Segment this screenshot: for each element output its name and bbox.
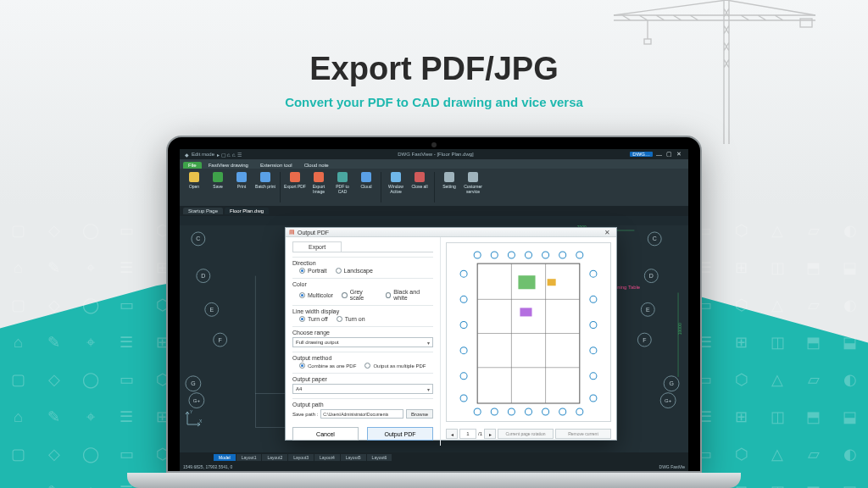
paper-select[interactable]: A4 bbox=[292, 384, 433, 394]
svg-rect-3 bbox=[213, 172, 223, 182]
browse-button[interactable]: Browse bbox=[406, 409, 433, 419]
svg-text:G: G bbox=[669, 380, 673, 386]
current-page-rotation-button[interactable]: Current page rotation bbox=[498, 429, 554, 439]
cloud-button[interactable]: Cloud bbox=[355, 170, 377, 204]
ribbon-tab-fastview-drawing[interactable]: FastView drawing bbox=[203, 162, 253, 169]
bw-radio[interactable]: Black and white bbox=[386, 289, 433, 301]
save-button[interactable]: Save bbox=[207, 170, 229, 204]
svg-point-71 bbox=[460, 395, 467, 402]
layout-tabs: ModelLayout1Layout2Layout3Layout4Layout5… bbox=[180, 452, 688, 462]
ribbon-tab-extension-tool[interactable]: Extension tool bbox=[255, 162, 298, 169]
window-minimize-button[interactable]: — bbox=[655, 152, 663, 158]
output-pdf-button[interactable]: Output PDF bbox=[367, 427, 433, 441]
svg-point-57 bbox=[559, 252, 566, 258]
multicolor-radio[interactable]: Multicolor bbox=[299, 292, 333, 298]
svg-point-68 bbox=[460, 321, 467, 328]
svg-point-77 bbox=[590, 395, 597, 402]
svg-point-72 bbox=[590, 270, 597, 277]
svg-point-62 bbox=[525, 408, 531, 415]
linewidth-on-radio[interactable]: Turn on bbox=[337, 316, 365, 322]
svg-text:10000: 10000 bbox=[678, 323, 682, 335]
layout-tab[interactable]: Layout3 bbox=[288, 454, 314, 461]
svg-rect-9 bbox=[361, 172, 371, 182]
svg-rect-8 bbox=[337, 172, 348, 182]
svg-point-66 bbox=[460, 270, 467, 277]
layout-tab[interactable]: Layout4 bbox=[314, 454, 340, 461]
print-button[interactable]: Print bbox=[231, 170, 253, 204]
svg-point-67 bbox=[460, 296, 467, 302]
layout-tab[interactable]: Layout6 bbox=[367, 454, 392, 461]
portrait-radio[interactable]: Portrait bbox=[299, 268, 327, 274]
svg-rect-12 bbox=[444, 172, 454, 182]
export-pdf-button[interactable]: Export PDF bbox=[284, 170, 306, 204]
layout-tab[interactable]: Model bbox=[214, 454, 236, 461]
window-title: DWG FastView - [Floor Plan.dwg] bbox=[398, 152, 474, 157]
linewidth-off-radio[interactable]: Turn off bbox=[299, 316, 328, 322]
svg-point-59 bbox=[474, 408, 481, 415]
svg-rect-51 bbox=[548, 279, 556, 286]
prev-page-button[interactable]: ◂ bbox=[446, 429, 458, 439]
laptop-frame: ◆ Edit mode ▸ ▢ ⎌ ⎌ ☰ DWG FastView - [Fl… bbox=[166, 136, 702, 473]
greyscale-radio[interactable]: Grey scale bbox=[342, 289, 377, 301]
close-all-button[interactable]: Close all bbox=[409, 170, 431, 204]
dwg-badge[interactable]: DWG… bbox=[630, 152, 653, 157]
svg-rect-2 bbox=[189, 172, 199, 182]
combine-one-radio[interactable]: Combine as one PDF bbox=[299, 363, 356, 369]
svg-text:X: X bbox=[199, 419, 203, 424]
svg-point-70 bbox=[460, 373, 467, 380]
ribbon-tab-cloud-note[interactable]: Cloud note bbox=[299, 162, 334, 169]
landscape-radio[interactable]: Landscape bbox=[336, 268, 373, 274]
pdf-preview bbox=[446, 242, 611, 422]
multiple-pdf-radio[interactable]: Output as multiple PDF bbox=[364, 363, 426, 369]
export-tab[interactable]: Export bbox=[292, 241, 342, 252]
svg-point-56 bbox=[542, 252, 549, 258]
batch-print-button[interactable]: Batch print bbox=[254, 170, 276, 204]
customer-service-button[interactable]: Customer service bbox=[462, 170, 484, 204]
preview-page-nav: ◂ 1 /1 ▸ Current page rotation Remove cu… bbox=[446, 427, 611, 441]
svg-point-53 bbox=[491, 252, 498, 258]
cursor-coords: 1549.6825, 17902.5541, 0 bbox=[183, 464, 232, 469]
range-select[interactable]: Full drawing output bbox=[292, 337, 433, 347]
color-group: Color Multicolor Grey scale Black and wh… bbox=[292, 278, 433, 301]
svg-text:E: E bbox=[646, 307, 650, 313]
svg-text:G: G bbox=[191, 380, 195, 386]
window-titlebar: ◆ Edit mode ▸ ▢ ⎌ ⎌ ☰ DWG FastView - [Fl… bbox=[180, 149, 688, 159]
next-page-button[interactable]: ▸ bbox=[484, 429, 496, 439]
cancel-button[interactable]: Cancel bbox=[292, 427, 359, 441]
dialog-close-button[interactable]: ✕ bbox=[601, 228, 613, 236]
svg-text:F: F bbox=[643, 337, 646, 343]
layout-tab[interactable]: Layout5 bbox=[341, 454, 366, 461]
open-button[interactable]: Open bbox=[183, 170, 205, 204]
dialog-titlebar[interactable]: ▤Output PDF ✕ bbox=[286, 228, 616, 237]
window-maximize-button[interactable]: ▢ bbox=[665, 152, 673, 158]
svg-rect-50 bbox=[520, 308, 531, 316]
path-group: Output path Save path : C:\Users\Adminis… bbox=[292, 398, 433, 419]
svg-point-69 bbox=[460, 347, 467, 354]
page-number-input[interactable]: 1 bbox=[459, 429, 476, 439]
doc-tab[interactable]: Startup Page bbox=[183, 208, 223, 214]
window-active-button[interactable]: Window Active bbox=[385, 170, 407, 204]
save-path-input[interactable]: C:\Users\Administrator\Documents bbox=[320, 409, 403, 419]
grid-bubbles-right: C D E F G G+ bbox=[637, 232, 679, 408]
direction-group: Direction Portrait Landscape bbox=[292, 257, 433, 274]
svg-point-75 bbox=[590, 347, 597, 354]
pdf-to-cad-button[interactable]: PDF to CAD bbox=[331, 170, 353, 204]
setting-button[interactable]: Setting bbox=[438, 170, 460, 204]
linewidth-group: Line width display Turn off Turn on bbox=[292, 305, 433, 322]
doc-tab[interactable]: Floor Plan.dwg bbox=[225, 208, 269, 214]
svg-point-61 bbox=[508, 408, 515, 415]
layout-tab[interactable]: Layout2 bbox=[262, 454, 287, 461]
svg-rect-13 bbox=[468, 172, 478, 182]
svg-text:C: C bbox=[196, 236, 200, 241]
ribbon-tab-file[interactable]: File bbox=[183, 162, 202, 169]
edit-mode-indicator[interactable]: Edit mode bbox=[192, 152, 214, 157]
layout-tab[interactable]: Layout1 bbox=[236, 454, 262, 461]
svg-text:Y: Y bbox=[190, 409, 193, 414]
svg-rect-7 bbox=[314, 172, 324, 182]
window-close-button[interactable]: ✕ bbox=[676, 152, 683, 158]
remove-current-button[interactable]: Remove current bbox=[555, 429, 611, 439]
svg-point-63 bbox=[542, 408, 549, 415]
dialog-tabstrip: Export bbox=[292, 241, 433, 252]
svg-text:D: D bbox=[201, 273, 205, 279]
export-image-button[interactable]: Export Image bbox=[308, 170, 330, 204]
